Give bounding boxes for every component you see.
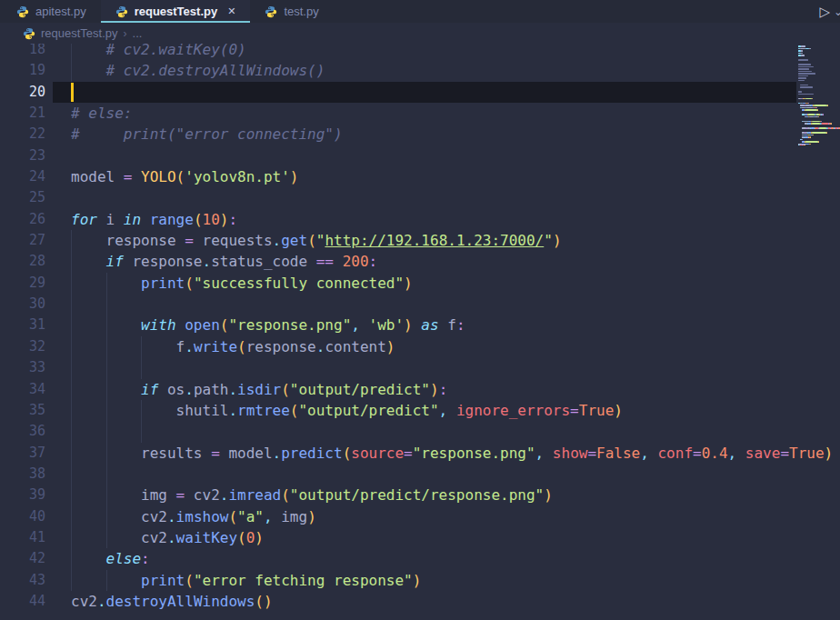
token-pl: os [158,381,185,398]
line-content[interactable]: shutil.rmtree("output/predict", ignore_e… [71,400,840,421]
line-number[interactable]: 34 [0,379,71,400]
code-line-38[interactable]: 38 [0,464,840,485]
line-content[interactable]: results = model.predict(source="response… [71,443,840,464]
python-file-icon [23,27,35,40]
code-line-33[interactable]: 33 [0,357,840,378]
indent-guide [71,485,72,505]
line-content[interactable] [71,357,840,378]
line-content[interactable] [71,82,840,103]
code-line-23[interactable]: 23 [0,145,840,166]
code-line-26[interactable]: 26for i in range(10): [0,209,840,230]
tab-requestTest-py[interactable]: requestTest.py✕ [101,0,251,23]
code-line-27[interactable]: 27response = requests.get("http://192.16… [0,230,840,251]
line-number[interactable]: 29 [0,273,71,294]
line-number[interactable]: 27 [0,230,71,251]
line-content[interactable]: else: [71,548,840,569]
line-content[interactable] [71,421,840,442]
line-number[interactable]: 37 [0,443,71,464]
line-number[interactable]: 40 [0,506,71,527]
line-number[interactable]: 36 [0,421,71,442]
line-content[interactable]: # cv2.destroyAllWindows() [71,60,840,81]
line-content[interactable]: print("successfully connected") [71,273,840,294]
line-content[interactable]: model = YOLO('yolov8n.pt') [71,166,840,187]
tab-apitest-py[interactable]: apitest.py [2,0,101,23]
line-number[interactable]: 39 [0,485,71,505]
token-fn: isdir [237,381,281,398]
line-number[interactable]: 20 [0,82,71,103]
code-line-32[interactable]: 32f.write(response.content) [0,336,840,357]
line-number[interactable]: 22 [0,124,71,145]
line-content[interactable]: if response.status_code == 200: [71,251,840,272]
code-line-24[interactable]: 24model = YOLO('yolov8n.pt') [0,166,840,187]
line-content[interactable] [71,294,840,315]
code-line-25[interactable]: 25 [0,187,840,208]
code-line-36[interactable]: 36 [0,421,840,442]
code-line-37[interactable]: 37results = model.predict(source="respon… [0,443,840,464]
line-number[interactable]: 30 [0,294,71,315]
token-pl: model [220,445,273,462]
code-line-31[interactable]: 31with open("response.png", 'wb') as f: [0,315,840,335]
line-number[interactable]: 26 [0,209,71,230]
line-content[interactable]: f.write(response.content) [71,336,840,357]
line-number[interactable]: 35 [0,400,71,421]
breadcrumb-symbol-ellipsis[interactable]: ... [133,26,143,40]
code-line-20[interactable]: 20 [0,82,840,103]
code-line-43[interactable]: 43print("error fetching response") [0,570,840,591]
line-content[interactable] [71,464,840,485]
line-content[interactable]: with open("response.png", 'wb') as f: [71,315,840,335]
line-number[interactable]: 41 [0,527,71,548]
tab-test-py[interactable]: test.py [250,0,333,23]
token-pl: cv2 [185,486,220,504]
line-number[interactable]: 43 [0,570,71,591]
line-number[interactable]: 33 [0,357,71,378]
run-python-file-button[interactable]: ▷ [815,3,834,20]
code-line-44[interactable]: 44cv2.destroyAllWindows() [0,591,840,612]
line-content[interactable]: cv2.waitKey(0) [71,527,840,548]
code-line-42[interactable]: 42else: [0,548,840,569]
tab-close-icon[interactable]: ✕ [227,5,235,17]
line-number[interactable]: 28 [0,251,71,272]
line-number[interactable]: 25 [0,187,71,208]
line-content[interactable]: if os.path.isdir("output/predict"): [71,379,840,400]
breadcrumb-file[interactable]: requestTest.py [41,26,118,40]
code-line-19[interactable]: 19# cv2.destroyAllWindows() [0,60,840,81]
line-content[interactable]: response = requests.get("http://192.168.… [71,230,840,251]
line-number[interactable]: 44 [0,591,71,612]
code-line-28[interactable]: 28if response.status_code == 200: [0,251,840,272]
token-par: save [745,445,781,462]
line-number[interactable]: 42 [0,548,71,569]
line-content[interactable]: # cv2.waitKey(0) [71,44,840,60]
minimap[interactable] [798,45,840,147]
line-content[interactable]: cv2.destroyAllWindows() [71,591,840,612]
code-line-40[interactable]: 40cv2.imshow("a", img) [0,506,840,527]
code-line-18[interactable]: 18# cv2.waitKey(0) [0,44,840,60]
line-content[interactable]: # print("error connecting") [71,124,840,145]
code-line-34[interactable]: 34if os.path.isdir("output/predict"): [0,379,840,400]
line-content[interactable]: # else: [71,103,840,124]
line-number[interactable]: 23 [0,145,71,166]
line-number[interactable]: 32 [0,336,71,357]
code-line-29[interactable]: 29print("successfully connected") [0,273,840,294]
line-number[interactable]: 21 [0,103,71,124]
code-line-35[interactable]: 35shutil.rmtree("output/predict", ignore… [0,400,840,421]
line-content[interactable]: cv2.imshow("a", img) [71,506,840,527]
line-number[interactable]: 18 [0,44,71,60]
code-line-41[interactable]: 41cv2.waitKey(0) [0,527,840,548]
token-st: 'yolov8n.pt' [185,168,290,185]
code-line-22[interactable]: 22# print("error connecting") [0,124,840,145]
run-dropdown-chevron-icon[interactable]: ⌄ [834,6,840,17]
code-line-21[interactable]: 21# else: [0,103,840,124]
code-line-30[interactable]: 30 [0,294,840,315]
token-pl: f [176,338,185,355]
token-st: " [544,232,553,249]
line-number[interactable]: 19 [0,60,71,81]
line-number[interactable]: 24 [0,166,71,187]
line-content[interactable] [71,145,840,166]
line-number[interactable]: 31 [0,315,71,335]
line-content[interactable] [71,187,840,208]
line-content[interactable]: img = cv2.imread("output/predict/respons… [71,485,840,505]
line-content[interactable]: for i in range(10): [71,209,840,230]
code-line-39[interactable]: 39img = cv2.imread("output/predict/respo… [0,485,840,505]
line-content[interactable]: print("error fetching response") [71,570,840,591]
line-number[interactable]: 38 [0,464,71,485]
